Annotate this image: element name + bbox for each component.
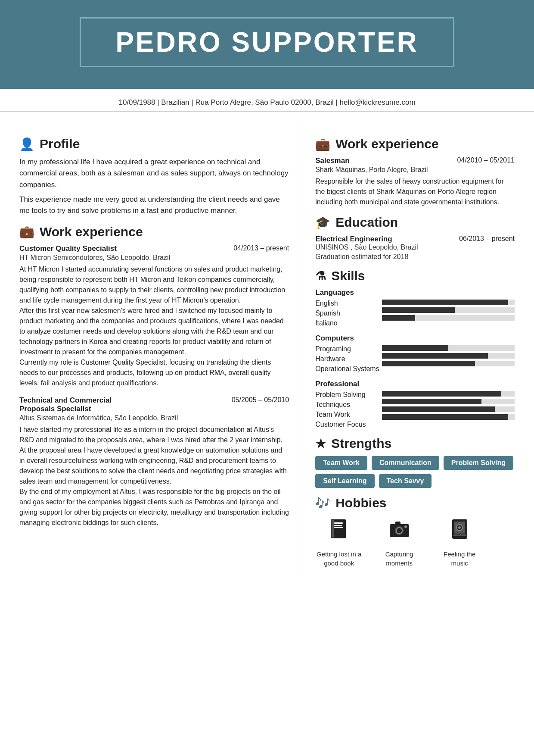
candidate-name: PEDRO SUPPORTER	[115, 26, 419, 58]
hobby-music: Feeling the music	[436, 517, 483, 568]
hobby-camera: Capturing moments	[376, 517, 423, 568]
skill-fill-hardware	[382, 353, 488, 359]
skill-bar-teamwork-skill	[382, 406, 515, 412]
skill-fill-customerfocus	[382, 414, 508, 420]
skill-fill-italiano	[382, 315, 415, 321]
skill-bar-customerfocus	[382, 414, 515, 420]
hobby-book: Getting lost in a good book	[315, 517, 363, 568]
svg-point-13	[458, 526, 461, 529]
tag-selflearning: Self Learning	[315, 474, 374, 488]
job-company-1: HT Micron Semicondutores, São Leopoldo, …	[19, 254, 289, 262]
skill-name-customerfocus: Customer Focus	[315, 421, 382, 428]
skills-prof-title: Professional	[315, 380, 515, 388]
skills-prof-bars	[382, 391, 515, 420]
skills-languages: Languages English Spanish Italiano	[315, 288, 515, 327]
svg-point-7	[396, 528, 402, 534]
skill-fill-programing	[382, 345, 448, 351]
job-header-2: Technical and CommercialProposals Specia…	[19, 396, 289, 413]
skills-comp-title: Computers	[315, 334, 515, 343]
hobby-camera-label: Capturing moments	[376, 550, 423, 568]
skill-name-programing: Programing	[315, 345, 382, 353]
job-title-1: Customer Quality Specialist	[19, 244, 117, 253]
skill-bar-techniques	[382, 399, 515, 404]
job-title-2: Technical and CommercialProposals Specia…	[19, 396, 112, 413]
skill-name-hardware: Hardware	[315, 355, 382, 363]
left-column: 👤 Profile In my professional life I have…	[0, 120, 302, 576]
skill-fill-teamwork-skill	[382, 406, 495, 412]
skills-comp-rows: Programing Hardware Operational Systems	[315, 345, 515, 373]
header-box: PEDRO SUPPORTER	[80, 17, 454, 67]
edu-degree-1: Electrical Engineering	[315, 235, 392, 244]
profile-text-1: In my professional life I have acquired …	[19, 156, 289, 191]
skills-professional: Professional Problem Solving Techniques …	[315, 380, 515, 428]
hobby-camera-icon	[388, 517, 411, 546]
contact-bar: 10/09/1988 | Brazilian | Rua Porto Alegr…	[0, 89, 534, 112]
strengths-heading: ★ Strengths	[315, 436, 515, 451]
svg-rect-3	[334, 525, 342, 526]
skills-comp-names: Programing Hardware Operational Systems	[315, 345, 382, 373]
skill-bar-italiano	[382, 315, 515, 321]
job-entry-3: Salesman 04/2010 – 05/2011 Shark Máquina…	[315, 156, 515, 207]
education-heading: 🎓 Education	[315, 215, 515, 230]
skills-title: Skills	[331, 269, 365, 283]
skill-name-opsys: Operational Systems	[315, 365, 382, 373]
work-icon-right: 💼	[315, 137, 330, 151]
edu-header-1: Electrical Engineering 06/2013 – present	[315, 235, 515, 244]
skills-computers: Computers Programing Hardware Operationa…	[315, 334, 515, 373]
work-exp-left-title: Work experience	[40, 225, 143, 239]
hobbies-title: Hobbies	[335, 496, 386, 510]
skills-lang-title: Languages	[315, 288, 515, 297]
hobby-book-label: Getting lost in a good book	[315, 550, 363, 568]
job-company-2: Altus Sistemas de Informática, São Leopo…	[19, 414, 289, 422]
profile-heading: 👤 Profile	[19, 137, 289, 151]
skill-name-techniques: Techniques	[315, 401, 382, 409]
skill-bar-problemsolving	[382, 391, 515, 397]
skill-fill-spanish	[382, 307, 455, 313]
edu-date-1: 06/2013 – present	[459, 235, 515, 244]
contact-info: 10/09/1988 | Brazilian | Rua Porto Alegr…	[118, 98, 415, 106]
svg-rect-4	[334, 527, 343, 528]
work-exp-right-heading: 💼 Work experience	[315, 137, 515, 151]
hobbies-icon: 🎶	[315, 496, 330, 510]
job-desc-3: Responsible for the sales of heavy const…	[315, 176, 515, 207]
svg-rect-8	[395, 522, 400, 525]
skills-lang-names: English Spanish Italiano	[315, 300, 382, 327]
job-company-3: Shark Máquinas, Porto Alegre, Brazil	[315, 166, 515, 174]
skills-comp-bars	[382, 345, 515, 366]
tag-techsavvy: Tech Savvy	[379, 474, 432, 488]
hobby-music-label: Feeling the music	[436, 550, 483, 568]
tag-problemsolving: Problem Solving	[444, 456, 513, 470]
hobby-book-icon	[327, 517, 351, 546]
skill-bar-spanish	[382, 307, 515, 313]
skill-bar-programing	[382, 345, 515, 351]
edu-entry-1: Electrical Engineering 06/2013 – present…	[315, 235, 515, 261]
skills-prof-rows: Problem Solving Techniques Team Work Cus…	[315, 391, 515, 428]
svg-point-9	[404, 525, 407, 528]
skills-icon: ⚗	[315, 269, 326, 283]
skill-name-italiano: Italiano	[315, 319, 382, 327]
strengths-icon: ★	[315, 437, 326, 451]
skill-fill-problemsolving	[382, 391, 501, 397]
education-title: Education	[335, 215, 398, 230]
education-icon: 🎓	[315, 216, 330, 230]
job-date-3: 04/2010 – 05/2011	[457, 156, 515, 164]
skill-fill-opsys	[382, 361, 475, 366]
job-desc-1: At HT Micron I started accumulating seve…	[19, 264, 289, 388]
skill-fill-english	[382, 300, 508, 305]
svg-rect-2	[334, 522, 343, 524]
profile-title: Profile	[40, 137, 80, 151]
skills-prof-names: Problem Solving Techniques Team Work Cus…	[315, 391, 382, 428]
right-column: 💼 Work experience Salesman 04/2010 – 05/…	[302, 120, 534, 576]
tag-teamwork: Team Work	[315, 456, 367, 470]
header: PEDRO SUPPORTER	[0, 0, 534, 89]
work-exp-right-title: Work experience	[335, 137, 439, 151]
job-title-3: Salesman	[315, 156, 349, 165]
main-content: 👤 Profile In my professional life I have…	[0, 116, 534, 581]
job-header-3: Salesman 04/2010 – 05/2011	[315, 156, 515, 165]
skill-fill-techniques	[382, 399, 481, 404]
job-date-1: 04/2013 – present	[233, 244, 289, 252]
profile-icon: 👤	[19, 137, 34, 151]
skill-bar-opsys	[382, 361, 515, 366]
skill-name-spanish: Spanish	[315, 309, 382, 317]
job-header-1: Customer Quality Specialist 04/2013 – pr…	[19, 244, 289, 253]
